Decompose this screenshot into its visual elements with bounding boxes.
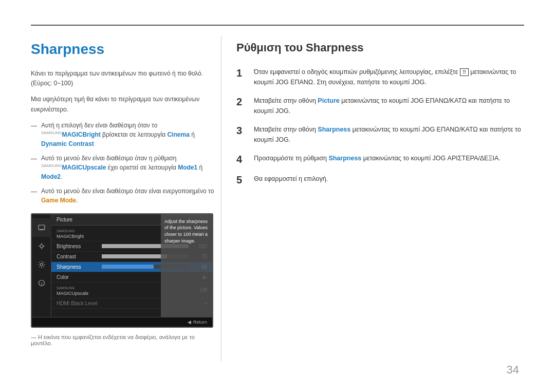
description-2: Μια υψηλότερη τιμή θα κάνει το περίγραμμ… (31, 95, 216, 114)
menu-label: SAMSUNG MAGICUpscale (57, 285, 98, 296)
bullet-dash: ― (31, 121, 37, 130)
bullet-text-3: Αυτό το μενού δεν είναι διαθέσιμο όταν ε… (41, 186, 216, 205)
menu-bar-fill (102, 254, 167, 258)
menu-label: Contrast (57, 254, 98, 259)
step-text-5: Θα εφαρμοστεί η επιλογή. (254, 174, 524, 184)
monitor-bottom: ◀ Return (32, 317, 212, 327)
step-number-3: 3 (236, 124, 251, 137)
icon-settings (32, 255, 51, 274)
top-divider (31, 25, 524, 26)
menu-label: HDMI Black Level (57, 301, 98, 306)
right-title: Ρύθμιση του Sharpness (236, 41, 524, 54)
step-item-1: 1 Όταν εμφανιστεί ο οδηγός κουμπιών ρυθμ… (236, 67, 524, 87)
menu-label: Color (57, 274, 98, 280)
svg-point-2 (40, 245, 43, 248)
return-label: Return (193, 320, 207, 325)
callout-box: Adjust the sharpness of the picture. Val… (161, 214, 212, 317)
bullet-list: ― Αυτή η επιλογή δεν είναι διαθέσιμη ότα… (31, 121, 216, 205)
menu-label: SAMSUNG MAGICBright (57, 228, 98, 239)
bullet-item-3: ― Αυτό το μενού δεν είναι διαθέσιμο όταν… (31, 186, 216, 205)
bullet-text-2: Αυτό το μενού δεν είναι διαθέσιμο όταν η… (41, 154, 216, 181)
return-button: ◀ Return (188, 320, 207, 325)
step-text-2: Μεταβείτε στην οθόνη Picture μετακινώντα… (254, 96, 524, 116)
step-text-3: Μεταβείτε στην οθόνη Sharpness μετακινών… (254, 124, 524, 145)
return-arrow: ◀ (188, 320, 191, 325)
icon-brightness (32, 237, 51, 255)
footer-note: ― Η εικόνα που εμφανίζεται ενδέχεται να … (31, 334, 216, 346)
step-number-4: 4 (236, 153, 251, 165)
step-list: 1 Όταν εμφανιστεί ο οδηγός κουμπιών ρυθμ… (236, 67, 524, 186)
callout-text: Adjust the sharpness of the picture. Val… (164, 219, 208, 244)
step-text-4: Προσαρμόστε τη ρύθμιση Sharpness μετακιν… (254, 153, 524, 163)
step-item-3: 3 Μεταβείτε στην οθόνη Sharpness μετακιν… (236, 124, 524, 145)
step-item-4: 4 Προσαρμόστε τη ρύθμιση Sharpness μετακ… (236, 153, 524, 165)
step-item-2: 2 Μεταβείτε στην οθόνη Picture μετακινών… (236, 96, 524, 116)
sidebar-icons: i (32, 214, 51, 317)
section-title: Sharpness (31, 41, 216, 58)
description-1: Κάνει το περίγραμμα των αντικειμένων πιο… (31, 69, 216, 88)
bullet-text-1: Αυτή η επιλογή δεν είναι διαθέσιμη όταν … (41, 121, 216, 148)
step-number-1: 1 (236, 67, 251, 79)
page-number: 34 (507, 363, 519, 377)
icon-info: i (32, 274, 51, 292)
svg-point-7 (41, 263, 43, 266)
bullet-item-2: ― Αυτό το μενού δεν είναι διαθέσιμο όταν… (31, 154, 216, 181)
menu-label: Sharpness (57, 264, 98, 270)
svg-rect-1 (40, 229, 44, 230)
bullet-dash: ― (31, 187, 37, 196)
monitor-screenshot: i Picture SAMSUNG MAGICBright Custom (31, 213, 213, 328)
step-number-5: 5 (236, 174, 251, 186)
center-divider (221, 36, 221, 361)
bullet-dash: ― (31, 154, 37, 163)
menu-bar-fill (102, 265, 154, 269)
svg-rect-0 (39, 225, 45, 230)
svg-text:i: i (41, 282, 42, 286)
step-number-2: 2 (236, 96, 251, 108)
right-column: Ρύθμιση του Sharpness 1 Όταν εμφανιστεί … (236, 36, 524, 361)
left-column: Sharpness Κάνει το περίγραμμα των αντικε… (31, 36, 216, 361)
icon-picture (32, 218, 51, 237)
step-item-5: 5 Θα εφαρμοστεί η επιλογή. (236, 174, 524, 186)
step-text-1: Όταν εμφανιστεί ο οδηγός κουμπιών ρυθμιζ… (254, 67, 524, 87)
menu-label: Brightness (57, 244, 98, 249)
bullet-item-1: ― Αυτή η επιλογή δεν είναι διαθέσιμη ότα… (31, 121, 216, 148)
